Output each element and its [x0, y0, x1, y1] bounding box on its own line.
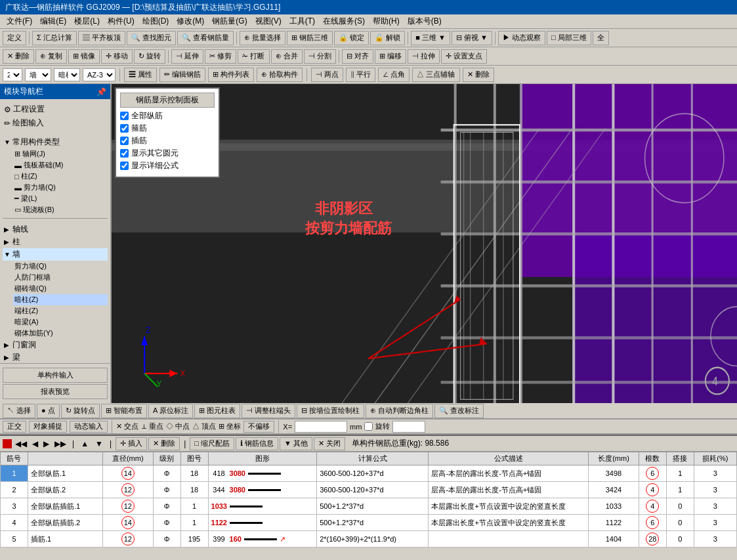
checkbox-insert-rebar[interactable]: 插筋 [120, 135, 215, 146]
sidebar-item-hidden-column[interactable]: 暗柱(Z) [13, 294, 108, 305]
btn-other[interactable]: ▼ 其他 [280, 437, 312, 450]
btn-batch-select[interactable]: ⊕ 批量选择 [240, 31, 285, 45]
btn-stretch[interactable]: ⊣ 拉伸 [408, 49, 440, 64]
sidebar-item-slab[interactable]: ▭ 现浇板(B) [13, 204, 108, 215]
btn-align-top[interactable]: ▤ 平齐板顶 [78, 31, 125, 45]
btn-report-preview[interactable]: 报表预览 [3, 384, 108, 399]
btn-rotate[interactable]: ↻ 旋转 [134, 49, 165, 64]
x-field[interactable] [295, 421, 347, 433]
component-id-select[interactable]: AZ-3 [83, 68, 116, 81]
menu-view[interactable]: 视图(V) [251, 14, 285, 28]
menu-file[interactable]: 文件(F) [3, 14, 36, 28]
sidebar-item-axis[interactable]: ⊞ 轴网(J) [13, 148, 108, 160]
sidebar-item-shear-wall2[interactable]: 剪力墙(Q) [13, 261, 108, 272]
component-subtype-select[interactable]: 暗柱 [54, 68, 80, 81]
btn-three-point-aux[interactable]: △ 三点辅轴 [412, 68, 459, 82]
btn-find[interactable]: 🔍 查找图元 [127, 31, 176, 45]
sidebar-item-beam[interactable]: ━ 梁(L) [13, 193, 108, 204]
btn-view-rebar[interactable]: 🔍 查看钢筋量 [177, 31, 234, 45]
btn-break[interactable]: ✁ 打断 [238, 49, 269, 64]
btn-pick-component[interactable]: ⊕ 拾取构件 [257, 68, 303, 82]
sidebar-item-engineering[interactable]: ⚙ 工程设置 [3, 103, 108, 116]
btn-mirror[interactable]: ⊞ 镜像 [68, 49, 100, 64]
btn-scale-rebar[interactable]: □ 缩尺配筋 [190, 437, 234, 450]
btn-smart-layout[interactable]: ⊞ 智能布置 [101, 404, 147, 418]
sidebar-item-axisline[interactable]: ▶ 轴线 [3, 223, 108, 236]
btn-parallel[interactable]: ∥ 平行 [346, 68, 375, 82]
component-type-select[interactable]: 墙 [25, 68, 51, 81]
btn-split[interactable]: ⊣ 分割 [304, 49, 336, 64]
sidebar-item-col[interactable]: ▶ 柱 [3, 236, 108, 248]
sidebar-item-drawing[interactable]: ✏ 绘图输入 [3, 117, 108, 129]
sidebar-pin-icon[interactable]: 📌 [96, 87, 106, 97]
btn-component-list[interactable]: ⊞ 构件列表 [208, 68, 254, 82]
btn-local-3d[interactable]: □ 局部三维 [547, 31, 591, 45]
menu-help[interactable]: 帮助(H) [369, 14, 404, 28]
menu-online[interactable]: 在线服务(S) [319, 14, 369, 28]
btn-full[interactable]: 全 [593, 31, 609, 45]
rotate-checkbox[interactable] [364, 422, 373, 431]
btn-top-view[interactable]: ⊟ 俯视 ▼ [452, 31, 492, 45]
sidebar-item-beam2[interactable]: ▶ 梁 [3, 351, 108, 363]
menu-modify[interactable]: 修改(M) [173, 14, 208, 28]
btn-nav-prev[interactable]: ◀ [30, 439, 40, 449]
btn-dynamic-view[interactable]: ▶ 动态观察 [498, 31, 545, 45]
btn-delete-rebar[interactable]: ✕ 删除 [148, 437, 180, 450]
menu-floor[interactable]: 楼层(L) [70, 14, 104, 28]
btn-rebar-3d[interactable]: ⊞ 钢筋三维 [287, 31, 333, 45]
btn-draw-by-wall[interactable]: ⊟ 按墙位置绘制柱 [297, 404, 364, 418]
btn-delete-aux[interactable]: ✕ 删除 [463, 68, 494, 82]
btn-dynamic-input[interactable]: 动态输入 [70, 421, 108, 433]
btn-offset[interactable]: ⊞ 编移 [375, 49, 406, 64]
table-row[interactable]: 1全部纵筋.114Φ1841830803600-500-120+37*d层高-本… [1, 465, 737, 482]
btn-check-mark[interactable]: 🔍 查改标注 [434, 404, 484, 418]
checkbox-detail-formula[interactable]: 显示详细公式 [120, 160, 215, 171]
btn-trim[interactable]: ✂ 修剪 [205, 49, 236, 64]
btn-no-offset[interactable]: 不偏移 [243, 421, 274, 433]
btn-object-snap[interactable]: 对象捕捉 [29, 421, 67, 433]
btn-nav-next[interactable]: ▶ [41, 439, 51, 449]
btn-nav-first[interactable]: ◀◀ [13, 439, 29, 449]
menu-edit[interactable]: 编辑(E) [36, 14, 70, 28]
btn-copy[interactable]: ⊕ 复制 [35, 49, 67, 64]
btn-calc[interactable]: Σ 汇总计算 [32, 31, 77, 45]
table-scroll[interactable]: 筋号 直径(mm) 级别 图号 图形 计算公式 公式描述 长度(mm) 根数 搭… [0, 452, 737, 560]
menu-tools[interactable]: 工具(T) [285, 14, 319, 28]
btn-inplace-mark[interactable]: A 原位标注 [148, 404, 193, 418]
btn-extend[interactable]: ⊣ 延伸 [171, 49, 203, 64]
checkbox-stirrup[interactable]: 箍筋 [120, 123, 215, 134]
btn-unlock[interactable]: 🔓 解锁 [370, 31, 405, 45]
btn-define[interactable]: 定义 [3, 31, 26, 45]
btn-point-angle[interactable]: ∠ 点角 [378, 68, 410, 82]
btn-align[interactable]: ⊟ 对齐 [342, 49, 373, 64]
canvas-area[interactable]: 钢筋显示控制面板 全部纵筋 箍筋 插筋 显示其它圆元 显示详细公式 [112, 84, 737, 403]
btn-insert-rebar[interactable]: ✛ 插入 [116, 437, 147, 450]
btn-lock[interactable]: 🔒 锁定 [334, 31, 369, 45]
checkbox-all-rebar[interactable]: 全部纵筋 [120, 110, 215, 121]
btn-edit-rebar[interactable]: ✏ 编辑钢筋 [159, 68, 205, 82]
sidebar-item-brick-wall[interactable]: 砌砖墙(Q) [13, 283, 108, 294]
sidebar-item-hidden-beam[interactable]: 暗梁(A) [13, 316, 108, 328]
btn-rotate-point[interactable]: ↻ 旋转点 [61, 404, 100, 418]
btn-auto-corner[interactable]: ⊕ 自动判断边角柱 [366, 404, 433, 418]
sidebar-item-wall[interactable]: ▼ 墙 [3, 248, 108, 261]
btn-point[interactable]: ● 点 [37, 404, 60, 418]
table-row[interactable]: 5插筋.112Φ195399160↗2*(160+399)+2*(11.9*d)… [1, 531, 737, 548]
btn-single-component[interactable]: 单构件输入 [3, 368, 108, 383]
btn-merge[interactable]: ⊕ 合并 [271, 49, 303, 64]
sidebar-item-shear-wall[interactable]: ▬ 剪力墙(Q) [13, 182, 108, 193]
sidebar-item-civil-door-wall[interactable]: 人防门框墙 [13, 272, 108, 283]
btn-delete[interactable]: ✕ 删除 [3, 49, 34, 64]
menu-version[interactable]: 版本号(B) [404, 14, 446, 28]
btn-close[interactable]: ✕ 关闭 [314, 437, 345, 450]
btn-column-table[interactable]: ⊞ 图元柱表 [194, 404, 240, 418]
btn-set-support[interactable]: ✛ 设置支点 [441, 49, 487, 64]
rotate-field[interactable]: 0.000 [392, 421, 425, 433]
btn-orthogonal[interactable]: 正交 [3, 421, 26, 433]
btn-3d[interactable]: ■ 三维 ▼ [411, 31, 450, 45]
menu-draw[interactable]: 绘图(D) [138, 14, 173, 28]
btn-properties[interactable]: ☰ 属性 [124, 68, 157, 82]
btn-move[interactable]: ✛ 移动 [101, 49, 133, 64]
menu-rebar-qty[interactable]: 钢筋量(G) [208, 14, 251, 28]
floor-select[interactable]: 2 [3, 68, 22, 81]
